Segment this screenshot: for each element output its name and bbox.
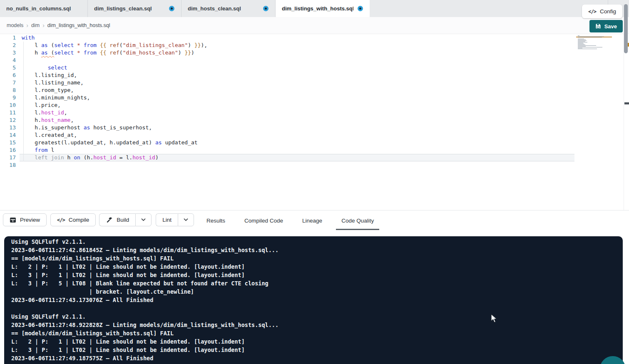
terminal-line: L: 2 | P: 1 | LT02 | Line should not be … — [11, 262, 623, 271]
line-number: 9 — [0, 94, 16, 102]
editor-file-tab[interactable]: dim_listings_clean.sql — [88, 0, 181, 17]
code-line[interactable] — [22, 57, 207, 64]
code-editor[interactable]: 123456789101112131415161718 with l as (s… — [0, 34, 629, 210]
line-number: 18 — [0, 161, 16, 169]
line-number: 8 — [0, 87, 16, 94]
dbt-ide-window: no_nulls_in_columns.sqldim_listings_clea… — [0, 0, 629, 364]
file-tab-label: dim_listings_with_hosts.sql — [282, 5, 353, 12]
lint-output-terminal: Using SQLFluff v2.1.1.2023-06-06T11:27:4… — [4, 236, 623, 364]
code-line[interactable]: l.host_id, — [22, 109, 207, 116]
file-tab-label: no_nulls_in_columns.sql — [6, 5, 81, 12]
editor-file-tab[interactable]: dim_hosts_clean.sql — [181, 0, 276, 17]
code-line[interactable]: with — [22, 34, 207, 42]
terminal-output: Using SQLFluff v2.1.1.2023-06-06T11:27:4… — [11, 238, 623, 362]
breadcrumb: models›dim›dim_listings_with_hosts.sql — [0, 22, 110, 29]
tab-compiled-code[interactable]: Compiled Code — [239, 211, 288, 230]
code-line[interactable]: l.listing_id, — [22, 72, 207, 79]
result-panel-tabs: ResultsCompiled CodeLineageCode Quality — [201, 211, 379, 230]
save-button[interactable]: Save — [589, 20, 623, 32]
tab-code-quality[interactable]: Code Quality — [336, 211, 379, 230]
code-line[interactable] — [22, 161, 207, 169]
config-button-label: Config — [600, 8, 616, 15]
lint-dropdown-button[interactable] — [178, 213, 194, 226]
terminal-line: | bracket. [layout.cte_newline] — [11, 287, 623, 296]
code-line[interactable]: l.minimum_nights, — [22, 94, 207, 102]
code-line[interactable]: l.created_at, — [22, 131, 207, 139]
terminal-line: L: 3 | P: 5 | LT08 | Blank line expected… — [11, 279, 623, 287]
file-tab-label: dim_hosts_clean.sql — [188, 5, 259, 12]
overview-ruler-cursor-marker — [624, 102, 629, 104]
unsaved-changes-icon — [263, 6, 269, 11]
breadcrumb-separator-icon: › — [42, 22, 45, 29]
code-line[interactable]: l.price, — [22, 102, 207, 109]
tab-results[interactable]: Results — [201, 211, 231, 230]
line-number: 2 — [0, 42, 16, 49]
build-button[interactable]: Build — [99, 213, 135, 226]
line-number: 3 — [0, 49, 16, 57]
line-number: 10 — [0, 102, 16, 109]
lint-button-label: Lint — [162, 217, 172, 223]
build-button-group: Build — [99, 213, 152, 226]
breadcrumb-separator-icon: › — [26, 22, 28, 29]
editor-file-tab[interactable]: no_nulls_in_columns.sql — [0, 0, 88, 17]
save-icon — [595, 23, 601, 29]
chevron-down-icon — [184, 218, 188, 221]
terminal-line: L: 3 | P: 1 | LT02 | Line should not be … — [11, 271, 623, 279]
code-line[interactable]: select — [22, 64, 207, 72]
editor-scrollbar-track — [624, 34, 624, 210]
lint-button[interactable]: Lint — [156, 213, 178, 226]
hammer-icon — [106, 217, 113, 223]
editor-file-tab[interactable]: dim_listings_with_hosts.sql — [276, 0, 370, 17]
code-line[interactable]: l as (select * from {{ ref("dim_listings… — [22, 42, 207, 49]
code-line[interactable]: h as (select * from {{ ref("dim_hosts_cl… — [22, 49, 207, 57]
minimap-lines — [578, 35, 610, 50]
code-line[interactable]: left join h on (h.host_id = l.host_id) — [22, 154, 207, 161]
code-line[interactable]: l.listing_name, — [22, 79, 207, 87]
editor-tab-bar: no_nulls_in_columns.sqldim_listings_clea… — [0, 0, 629, 17]
code-line[interactable]: greatest(l.updated_at, h.updated_at) as … — [22, 139, 207, 146]
terminal-line: L: 2 | P: 1 | LT02 | Line should not be … — [11, 337, 623, 346]
line-number: 4 — [0, 57, 16, 64]
lint-button-group: Lint — [156, 213, 194, 226]
line-number-gutter: 123456789101112131415161718 — [0, 34, 16, 169]
code-icon: </> — [57, 217, 65, 223]
breadcrumb-item: models — [7, 22, 23, 28]
terminal-line: Using SQLFluff v2.1.1. — [11, 238, 623, 246]
config-button[interactable]: </> Config — [582, 5, 622, 18]
unsaved-changes-icon — [358, 6, 363, 11]
code-line[interactable]: h.is_superhost as host_is_superhost, — [22, 124, 207, 131]
line-number: 16 — [0, 146, 16, 154]
breadcrumb-item: dim — [31, 22, 40, 28]
line-number: 12 — [0, 116, 16, 124]
terminal-line: Using SQLFluff v2.1.1. — [11, 312, 623, 321]
table-icon — [10, 217, 16, 223]
file-tab-label: dim_listings_clean.sql — [94, 5, 165, 12]
tab-lineage[interactable]: Lineage — [297, 211, 328, 230]
line-number: 14 — [0, 131, 16, 139]
line-number: 6 — [0, 72, 16, 79]
code-line[interactable]: l.room_type, — [22, 87, 207, 94]
terminal-scrollbar-thumb[interactable] — [624, 4, 628, 53]
terminal-line: == [models/dim/dim_listings_with_hosts.s… — [11, 254, 623, 262]
preview-button[interactable]: Preview — [3, 213, 47, 226]
terminal-line: 2023-06-06T11:27:42.861845Z — Linting mo… — [11, 246, 623, 254]
preview-button-label: Preview — [20, 217, 40, 223]
build-dropdown-button[interactable] — [135, 213, 152, 226]
line-number: 17 — [0, 154, 16, 161]
terminal-line: 2023-06-06T11:27:49.187575Z — All Finish… — [11, 354, 623, 362]
code-icon: </> — [588, 9, 596, 15]
compile-button[interactable]: </>Compile — [50, 213, 96, 226]
terminal-line: 2023-06-06T11:27:48.922828Z — Linting mo… — [11, 321, 623, 329]
code-line[interactable]: from l — [22, 146, 207, 154]
terminal-line: L: 3 | P: 1 | LT02 | Line should not be … — [11, 346, 623, 354]
terminal-line: 2023-06-06T11:27:43.173076Z — All Finish… — [11, 296, 623, 304]
line-number: 5 — [0, 64, 16, 72]
action-buttons: Preview</>CompileBuildLint — [3, 213, 194, 226]
build-button-label: Build — [117, 217, 129, 223]
terminal-line — [11, 304, 623, 312]
code-line[interactable]: h.host_name, — [22, 116, 207, 124]
line-number: 15 — [0, 139, 16, 146]
save-button-label: Save — [604, 23, 617, 30]
minimap[interactable] — [576, 35, 612, 53]
line-number: 13 — [0, 124, 16, 131]
